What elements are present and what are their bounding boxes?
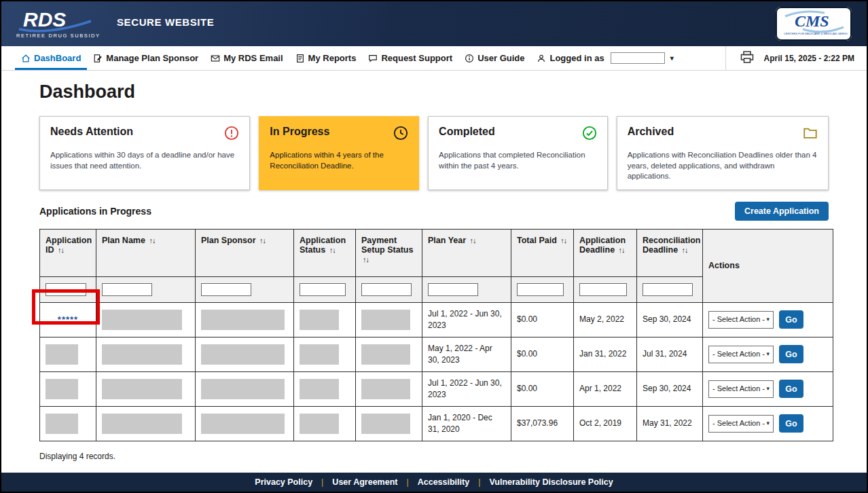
filter-input-plan-sponsor[interactable] [201,283,251,296]
folder-icon [803,126,818,143]
column-header-total-paid[interactable]: Total Paid ↑↓ [511,229,574,276]
filter-input-reconciliation-deadline[interactable] [643,283,693,296]
envelope-icon [211,54,220,63]
nav-item-label: User Guide [477,53,524,63]
redacted-plan-name [102,414,182,434]
nav-item-manage-plan-sponsor[interactable]: Manage Plan Sponsor [87,46,204,70]
plan-year-cell: May 1, 2022 - Apr 30, 2023 [422,337,511,371]
column-header-application-deadline[interactable]: Application Deadline ↑↓ [574,229,637,276]
plan-year-cell: Jul 1, 2022 - Jun 30, 2023 [422,371,511,406]
footer-link-user-agreement[interactable]: User Agreement [332,477,397,487]
column-header-plan-year[interactable]: Plan Year ↑↓ [422,229,511,276]
clock-icon [393,126,408,143]
footer-link-vulnerability-disclosure-policy[interactable]: Vulnerability Disclosure Policy [489,477,613,487]
card-in-progress[interactable]: In Progress Applications within 4 years … [259,116,419,190]
select-caret-icon: ▾ [766,384,770,392]
applications-table: Application ID ↑↓ Plan Name ↑↓ Plan Spon… [39,229,833,441]
column-header-plan-sponsor[interactable]: Plan Sponsor ↑↓ [196,229,294,276]
chat-icon [368,54,378,63]
go-button[interactable]: Go [779,380,803,398]
redacted-plan-sponsor [201,379,285,399]
status-cards: Needs Attention Applications within 30 d… [39,116,829,190]
plan-year-cell: Jul 1, 2022 - Jun 30, 2023 [422,302,511,337]
go-button[interactable]: Go [779,345,803,363]
redacted-application-id [46,379,78,399]
sort-icon: ↑↓ [329,246,336,254]
card-description: Applications within 4 years of the Recon… [270,150,408,171]
filter-input-total-paid[interactable] [517,283,564,296]
action-select[interactable]: - Select Action - ▾ [708,346,774,363]
total-paid-cell: $37,073.96 [511,406,574,441]
filter-input-plan-year[interactable] [428,283,478,296]
filter-input-application-status[interactable] [300,283,346,296]
column-header-payment-setup-status[interactable]: Payment Setup Status ↑↓ [356,229,422,276]
create-application-button[interactable]: Create Application [735,202,829,221]
redacted-payment-setup-status [361,344,410,365]
sort-icon: ↑↓ [58,246,64,254]
report-icon [295,54,305,63]
cms-logo: CMS CENTERS FOR MEDICARE & MEDICAID SERV… [776,7,852,41]
table-row: Jul 1, 2022 - Jun 30, 2023 $0.00 Apr 1, … [40,371,833,406]
column-header-reconciliation-deadline[interactable]: Reconciliation Deadline ↑↓ [637,229,703,276]
person-icon [537,54,546,63]
application-id-link[interactable]: ***** [46,314,90,326]
nav-item-request-support[interactable]: Request Support [362,46,458,70]
action-select-value: - Select Action - [712,384,765,394]
application-deadline-cell: Oct 2, 2019 [574,406,637,441]
site-footer: Privacy Policy | User Agreement | Access… [1,473,867,492]
redacted-payment-setup-status [361,379,410,399]
redacted-application-id [46,344,78,365]
footer-link-privacy-policy[interactable]: Privacy Policy [255,477,312,487]
logged-in-user-select[interactable] [611,52,665,64]
table-row: Jan 1, 2020 - Dec 31, 2020 $37,073.96 Oc… [40,406,833,441]
action-select[interactable]: - Select Action - ▾ [708,380,774,398]
nav-item-user-guide[interactable]: User Guide [458,46,530,70]
card-completed[interactable]: Completed Applications that completed Re… [428,116,608,190]
card-archived[interactable]: Archived Applications with Reconciliatio… [617,116,829,190]
filter-input-application-deadline[interactable] [579,283,627,296]
column-header-application-id[interactable]: Application ID ↑↓ [40,229,96,276]
reconciliation-deadline-cell: Jul 31, 2024 [637,337,703,371]
filter-input-payment-setup-status[interactable] [361,283,412,296]
card-title: Completed [439,126,495,138]
sort-icon: ↑↓ [363,255,369,263]
main-nav: DashBoard Manage Plan Sponsor My RDS Ema… [1,46,867,71]
card-title: Needs Attention [50,126,133,138]
nav-item-my-reports[interactable]: My Reports [289,46,363,70]
card-description: Applications within 30 days of a deadlin… [50,150,239,171]
reconciliation-deadline-cell: May 31, 2022 [637,406,703,441]
column-label: Actions [708,261,740,270]
section-title: Applications in Progress [39,206,151,217]
sort-icon: ↑↓ [619,246,625,254]
column-label: Total Paid [517,236,557,245]
filter-cell [40,276,96,302]
filter-input-plan-name[interactable] [102,283,152,296]
footer-link-accessibility[interactable]: Accessibility [418,477,469,487]
action-select[interactable]: - Select Action - ▾ [708,415,774,433]
page-title: Dashboard [39,81,867,103]
column-header-application-status[interactable]: Application Status ↑↓ [294,229,356,276]
card-title: In Progress [270,126,329,138]
total-paid-cell: $0.00 [511,371,574,406]
column-header-plan-name[interactable]: Plan Name ↑↓ [96,229,196,276]
card-description: Applications with Reconciliation Deadlin… [628,150,818,182]
action-select-value: - Select Action - [712,418,765,428]
print-icon[interactable] [740,51,755,66]
go-button[interactable]: Go [779,414,803,433]
chevron-down-icon: ▾ [670,54,674,62]
nav-utility-group: April 15, 2025 - 2:22 PM [725,46,867,70]
go-button[interactable]: Go [779,310,803,329]
logged-in-label: Logged in as [549,53,604,63]
action-select[interactable]: - Select Action - ▾ [708,311,774,329]
table-row: May 1, 2022 - Apr 30, 2023 $0.00 Jan 31,… [40,337,833,371]
nav-item-label: My RDS Email [223,53,283,63]
plan-year-cell: Jan 1, 2020 - Dec 31, 2020 [422,406,511,441]
card-needs-attention[interactable]: Needs Attention Applications within 30 d… [39,116,250,190]
nav-item-dashboard[interactable]: DashBoard [15,46,87,70]
edit-doc-icon [93,54,103,63]
nav-item-my-rds-email[interactable]: My RDS Email [204,46,289,70]
filter-input-application-id[interactable] [46,283,86,296]
filter-cell [96,276,196,302]
card-title: Archived [628,126,674,138]
table-row: ***** Jul 1, 2022 - Jun 30, 2023 $0.00 M… [40,302,833,337]
